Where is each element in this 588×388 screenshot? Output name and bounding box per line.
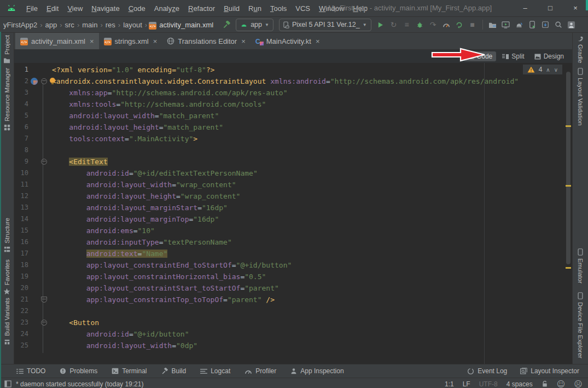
caret-position[interactable]: 1:1 [445, 380, 454, 388]
avatar[interactable] [565, 18, 578, 31]
line-number: 19 [14, 271, 28, 282]
sdk-manager-button[interactable] [539, 18, 552, 31]
menu-build[interactable]: Build [219, 4, 244, 13]
toolwindow-tab-emulator[interactable]: Emulator [573, 248, 588, 283]
fold-toggle-icon[interactable] [41, 159, 47, 165]
line-number: 11 [14, 179, 28, 190]
tab-close-icon[interactable]: × [316, 37, 320, 45]
split-view-button[interactable]: Split [498, 51, 528, 61]
code-line: 2<androidx.constraintlayout.widget.Const… [14, 76, 564, 87]
toolwindow-tab-device-file-explorer[interactable]: Device File Explorer [573, 292, 588, 358]
device-select[interactable]: Pixel 5 API 31 Ver.12_ ▼ [279, 19, 371, 31]
menu-view[interactable]: View [63, 4, 87, 13]
code-text: <?xml version="1.0" encoding="utf-8"?> [48, 64, 214, 76]
tab-close-icon[interactable]: × [153, 37, 158, 45]
indent-setting[interactable]: 4 spaces [507, 380, 533, 388]
fold-toggle-icon[interactable] [41, 320, 47, 326]
search-everywhere-icon[interactable] [552, 18, 565, 31]
toolwindow-tab-project[interactable]: Project [0, 35, 14, 63]
debug-button[interactable] [414, 18, 427, 31]
attach-profiler-icon[interactable]: ↷ [427, 18, 440, 31]
prev-problem-icon[interactable]: ∧ [546, 67, 550, 73]
toolwindow-tab-layout-validation[interactable]: Layout Validation [573, 68, 588, 125]
toolwindow-tab-build-variants[interactable]: Build Variants [0, 298, 14, 345]
make-project-button[interactable] [220, 18, 233, 31]
breadcrumb-file[interactable]: activity_main.xml [158, 21, 214, 29]
gradle-sync-button[interactable] [513, 18, 526, 31]
breadcrumb-item[interactable]: src [64, 21, 75, 29]
menu-file[interactable]: File [22, 4, 42, 13]
close-button[interactable]: × [563, 0, 588, 16]
line-ending[interactable]: LF [463, 380, 470, 388]
menu-vcs[interactable]: VCS [291, 4, 315, 13]
breadcrumb-item[interactable]: layout [122, 21, 143, 29]
code-text: xmlns:app="http://schemas.android.com/ap… [48, 87, 288, 99]
toolwindow-tab-resource-manager[interactable]: Resource Manager [0, 68, 14, 131]
tab-mainactivity-kt[interactable]: CMainActivity.kt× [251, 33, 325, 49]
profiler-button[interactable] [440, 18, 453, 31]
sync-logcat-icon[interactable]: ≡ [400, 18, 414, 31]
tool-build[interactable]: Build [161, 367, 187, 375]
design-view-button[interactable]: Design [531, 51, 568, 61]
minimize-button[interactable]: – [513, 0, 538, 16]
tool-layout-inspector[interactable]: Layout Inspector [520, 367, 579, 375]
menu-tools[interactable]: Tools [266, 4, 291, 13]
menu-refactor[interactable]: Refactor [184, 4, 219, 13]
tool-app-inspection[interactable]: App Inspection [290, 367, 344, 375]
sad-face-icon[interactable]: ☹ [574, 379, 583, 388]
next-problem-icon[interactable]: ∨ [554, 67, 558, 73]
tool-terminal[interactable]: Terminal [112, 367, 147, 375]
breadcrumb-item[interactable]: main [81, 21, 98, 29]
tab-strings-xml[interactable]: </>strings.xml× [99, 33, 162, 49]
code-editor[interactable]: 1<?xml version="1.0" encoding="utf-8"?>2… [14, 63, 572, 364]
maximize-button[interactable]: □ [538, 0, 563, 16]
unlock-icon[interactable] [542, 380, 548, 387]
run-configuration-select[interactable]: app ▼ [236, 19, 273, 31]
tool-profiler[interactable]: Profiler [244, 367, 276, 375]
menu-run[interactable]: Run [244, 4, 266, 13]
warning-stripe-mark[interactable] [566, 185, 571, 187]
warning-count[interactable]: 4 [539, 66, 543, 73]
tool-event-log[interactable]: Event Log [467, 367, 507, 375]
intention-bulb-icon[interactable] [50, 78, 55, 83]
breadcrumb-item[interactable]: res [104, 21, 117, 29]
breadcrumb-item[interactable]: app [44, 21, 58, 29]
tool-logcat[interactable]: Logcat [200, 367, 230, 375]
tool-label: Build [172, 367, 187, 375]
gutter-icon-slot [28, 99, 39, 110]
avd-manager-button[interactable] [526, 18, 539, 31]
related-kotlin-file-icon[interactable] [31, 78, 38, 85]
code-line: 15 android:ems="10" [14, 225, 564, 236]
stop-button[interactable]: ■ [466, 18, 479, 31]
file-encoding[interactable]: UTF-8 [479, 380, 498, 388]
tab-close-icon[interactable]: × [90, 37, 94, 45]
chevron-right-icon: › [98, 21, 104, 29]
fold-toggle-icon[interactable] [41, 78, 47, 84]
menu-edit[interactable]: Edit [42, 4, 63, 13]
warning-stripe-mark[interactable] [566, 267, 571, 269]
run-button[interactable] [374, 18, 387, 31]
toolwindow-tab-structure[interactable]: Structure [0, 218, 14, 253]
device-manager-button[interactable] [486, 18, 499, 31]
running-devices-button[interactable] [499, 18, 513, 31]
editor-scrollbar[interactable] [566, 72, 570, 264]
menu-code[interactable]: Code [124, 4, 150, 13]
fold-toggle-icon[interactable] [41, 297, 47, 303]
tool-todo[interactable]: TODO [16, 367, 45, 375]
toolwindow-toggle-icon[interactable] [4, 380, 11, 387]
menu-navigate[interactable]: Navigate [87, 4, 124, 13]
warning-stripe-mark[interactable] [566, 125, 571, 127]
toolwindow-tab-favorites[interactable]: Favorites [0, 259, 14, 295]
tab-close-icon[interactable]: × [241, 37, 246, 45]
tool-problems[interactable]: Problems [60, 367, 97, 375]
toolwindow-tab-gradle[interactable]: Gradle [573, 36, 588, 63]
apply-changes-button[interactable] [453, 18, 466, 31]
breadcrumb-item[interactable]: yFirstApp2 [2, 21, 38, 29]
happy-face-icon[interactable]: ☺ [557, 379, 566, 388]
tab-activity-main-xml[interactable]: </>activity_main.xml× [15, 33, 99, 49]
rerun-icon[interactable]: ↻ [387, 18, 400, 31]
menu-analyze[interactable]: Analyze [150, 4, 184, 13]
tab-translations-editor[interactable]: Translations Editor× [162, 33, 251, 49]
tab-label: strings.xml [115, 37, 149, 45]
breadcrumb: yFirstApp2›app›src›main›res›layout›</>ac… [2, 20, 214, 30]
